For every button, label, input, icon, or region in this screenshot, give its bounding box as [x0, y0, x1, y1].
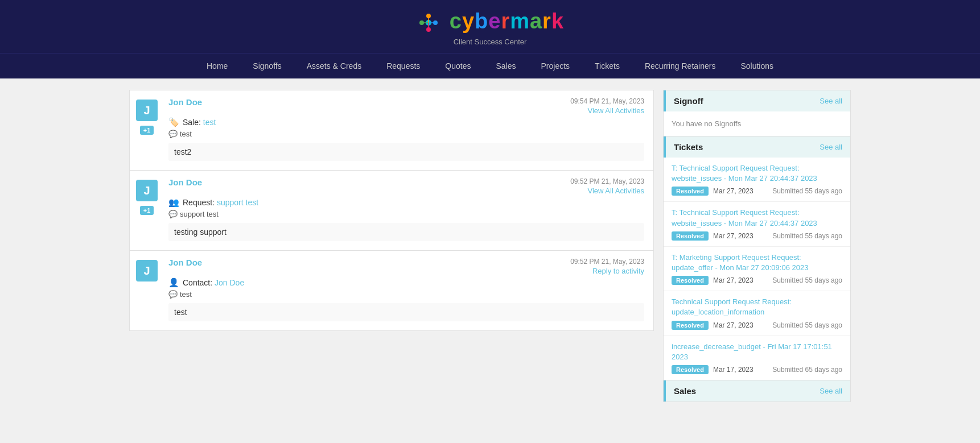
ticket-title-4[interactable]: increase_decrease_budget - Fri Mar 17 17…: [672, 342, 842, 362]
sidebar-signoff-section: Signoff See all You have no Signoffs: [663, 90, 851, 136]
ticket-item-1: T: Technical Support Request Request: we…: [664, 202, 850, 246]
user-name-3[interactable]: Jon Doe: [168, 258, 202, 267]
header: cybermark Client Success Center: [0, 0, 980, 53]
card-body-3: Jon Doe 09:52 PM 21, May, 2023 Reply to …: [164, 251, 653, 330]
activity-card-2: J +1 Jon Doe 09:52 PM 21, May, 2023 View…: [129, 171, 654, 251]
nav-item-recurring-retainers[interactable]: Recurring Retainers: [632, 53, 728, 78]
nav-item-home[interactable]: Home: [194, 53, 240, 78]
nav-item-assets-creds[interactable]: Assets & Creds: [294, 53, 374, 78]
ticket-item-2: T: Marketing Support Request Request: up…: [664, 247, 850, 291]
activity-type-row-3: 👤 Contact: Jon Doe: [168, 278, 644, 288]
ticket-status-2: Resolved: [672, 276, 709, 285]
reply-to-activity-link[interactable]: Reply to activity: [592, 267, 644, 275]
card-header-row-3: Jon Doe 09:52 PM 21, May, 2023 Reply to …: [168, 258, 644, 275]
tickets-title: Tickets: [674, 142, 703, 152]
activity-type-row-2: 👥 Request: support test: [168, 197, 644, 208]
avatar-1: J: [136, 100, 158, 121]
ticket-meta-4: Resolved Mar 17, 2023 Submitted 65 days …: [672, 365, 842, 374]
ticket-date-2: Mar 27, 2023: [713, 276, 753, 284]
activity-type-link-1[interactable]: test: [203, 118, 216, 127]
user-name-2[interactable]: Jon Doe: [168, 177, 202, 187]
tag-icon-3: 💬: [168, 290, 178, 299]
activity-icon-1: 🏷️: [168, 117, 179, 127]
card-body-1: Jon Doe 09:54 PM 21, May, 2023 View All …: [164, 90, 653, 170]
tag-text-1: test: [180, 130, 192, 138]
card-header-row-1: Jon Doe 09:54 PM 21, May, 2023 View All …: [168, 97, 644, 115]
nav-item-tickets[interactable]: Tickets: [582, 53, 632, 78]
sales-see-all[interactable]: See all: [820, 387, 842, 395]
nav-item-projects[interactable]: Projects: [529, 53, 583, 78]
tag-text-3: test: [180, 290, 192, 299]
ticket-meta-2: Resolved Mar 27, 2023 Submitted 55 days …: [672, 276, 842, 285]
user-name-1[interactable]: Jon Doe: [168, 97, 202, 107]
ticket-title-0[interactable]: T: Technical Support Request Request: we…: [672, 163, 842, 184]
card-time-1: 09:54 PM 21, May, 2023: [570, 97, 644, 105]
tag-text-2: support test: [180, 210, 219, 218]
activity-type-link-3[interactable]: Jon Doe: [215, 278, 244, 287]
card-time-3: 09:52 PM 21, May, 2023: [570, 258, 644, 266]
activity-card-1: J +1 Jon Doe 09:54 PM 21, May, 2023 View…: [129, 90, 654, 171]
logo-letter-k: k: [551, 9, 564, 33]
avatar-col-2: J +1: [130, 171, 164, 250]
activity-type-label-1: Sale: test: [183, 118, 216, 127]
sales-header: Sales See all: [664, 380, 850, 401]
activity-type-row-1: 🏷️ Sale: test: [168, 117, 644, 127]
nav-item-signoffs[interactable]: Signoffs: [240, 53, 294, 78]
logo-area: cybermark Client Success Center: [0, 10, 980, 46]
sales-title: Sales: [674, 386, 696, 396]
activity-icon-2: 👥: [168, 197, 179, 208]
activity-card-3: J Jon Doe 09:52 PM 21, May, 2023 Reply t…: [129, 251, 654, 331]
tag-row-2: 💬 support test: [168, 210, 644, 218]
activity-feed: J +1 Jon Doe 09:54 PM 21, May, 2023 View…: [129, 90, 654, 402]
tickets-header: Tickets See all: [664, 136, 850, 158]
nav-item-quotes[interactable]: Quotes: [433, 53, 483, 78]
activity-type-link-2[interactable]: support test: [217, 198, 258, 207]
tag-row-1: 💬 test: [168, 130, 644, 138]
avatar-3: J: [136, 260, 158, 281]
avatar-col-1: J +1: [130, 90, 164, 170]
ticket-submitted-0: Submitted 55 days ago: [772, 187, 842, 195]
sidebar-sales-section: Sales See all: [663, 380, 851, 402]
tickets-see-all[interactable]: See all: [820, 143, 842, 151]
card-message-3: test: [168, 303, 644, 321]
sidebar-tickets-section: Tickets See all T: Technical Support Req…: [663, 136, 851, 380]
view-all-link-2[interactable]: View All Activities: [588, 187, 644, 195]
ticket-title-1[interactable]: T: Technical Support Request Request: we…: [672, 208, 842, 228]
tag-icon-2: 💬: [168, 210, 178, 218]
ticket-title-3[interactable]: Technical Support Request Request: updat…: [672, 297, 842, 317]
avatar-col-3: J: [130, 251, 164, 330]
ticket-date-4: Mar 17, 2023: [713, 366, 753, 374]
main-layout: J +1 Jon Doe 09:54 PM 21, May, 2023 View…: [120, 78, 860, 413]
logo-icon: [416, 10, 441, 35]
avatar-2: J: [136, 180, 158, 201]
logo-letter-m: m: [510, 9, 530, 33]
card-message-1: test2: [168, 143, 644, 161]
card-meta-3: 09:52 PM 21, May, 2023 Reply to activity: [570, 258, 644, 275]
logo-letter-y: y: [462, 9, 475, 33]
signoff-empty: You have no Signoffs: [664, 111, 850, 136]
ticket-item-3: Technical Support Request Request: updat…: [664, 291, 850, 336]
ticket-submitted-1: Submitted 55 days ago: [772, 232, 842, 240]
card-body-2: Jon Doe 09:52 PM 21, May, 2023 View All …: [164, 171, 653, 250]
tag-icon-1: 💬: [168, 130, 178, 138]
right-sidebar: Signoff See all You have no Signoffs Tic…: [663, 90, 851, 402]
count-badge-2: +1: [140, 206, 154, 215]
logo-letter-a: a: [530, 9, 542, 33]
ticket-date-0: Mar 27, 2023: [713, 187, 753, 195]
logo-letter-r2: r: [542, 9, 551, 33]
nav-item-sales[interactable]: Sales: [483, 53, 528, 78]
logo-letter-b: b: [475, 9, 488, 33]
signoff-title: Signoff: [674, 96, 703, 106]
ticket-title-2[interactable]: T: Marketing Support Request Request: up…: [672, 252, 842, 273]
view-all-link-1[interactable]: View All Activities: [588, 106, 644, 115]
signoff-see-all[interactable]: See all: [820, 97, 842, 105]
ticket-meta-3: Resolved Mar 27, 2023 Submitted 55 days …: [672, 321, 842, 330]
nav-item-requests[interactable]: Requests: [374, 53, 433, 78]
signoff-header: Signoff See all: [664, 90, 850, 111]
logo-subtitle: Client Success Center: [454, 38, 527, 46]
ticket-status-4: Resolved: [672, 365, 709, 374]
nav-item-solutions[interactable]: Solutions: [728, 53, 786, 78]
card-header-row-2: Jon Doe 09:52 PM 21, May, 2023 View All …: [168, 177, 644, 195]
ticket-status-1: Resolved: [672, 231, 709, 241]
tag-row-3: 💬 test: [168, 290, 644, 299]
